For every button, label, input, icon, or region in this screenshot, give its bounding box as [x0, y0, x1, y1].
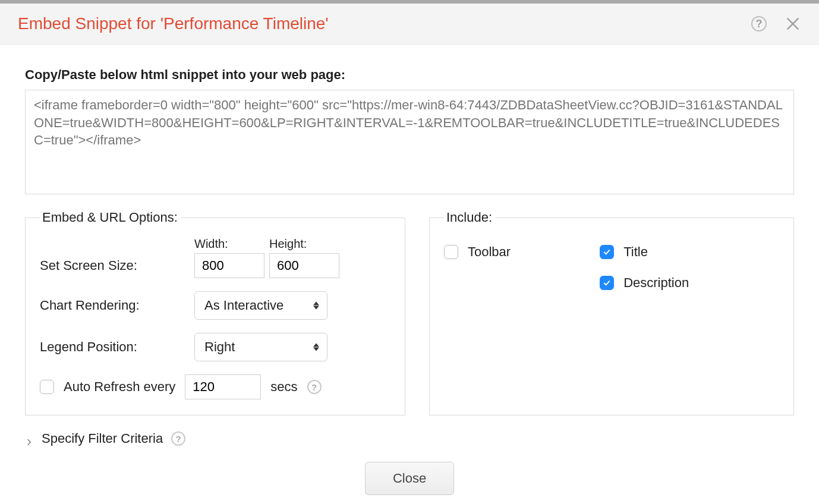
instruction-label: Copy/Paste below html snippet into your … — [25, 67, 794, 83]
select-caret-icon — [313, 302, 319, 310]
include-title-label: Title — [623, 244, 648, 260]
include-legend: Include: — [444, 210, 496, 225]
select-caret-icon — [313, 344, 319, 351]
specify-filter-toggle[interactable]: Specify Filter Criteria ? — [25, 431, 794, 446]
include-toolbar-label: Toolbar — [468, 244, 511, 260]
screen-size-label: Set Screen Size: — [40, 258, 194, 278]
legend-position-value: Right — [204, 339, 235, 355]
auto-refresh-input[interactable] — [185, 374, 261, 399]
auto-refresh-checkbox[interactable] — [40, 380, 54, 394]
auto-refresh-unit: secs — [270, 379, 297, 395]
dialog-title: Embed Snippet for 'Performance Timeline' — [18, 14, 329, 33]
chart-rendering-value: As Interactive — [204, 298, 284, 313]
include-toolbar-checkbox[interactable] — [444, 245, 458, 259]
close-icon[interactable] — [785, 15, 801, 32]
chart-rendering-select[interactable]: As Interactive — [194, 291, 327, 320]
help-icon[interactable]: ? — [751, 16, 767, 32]
height-label: Height: — [269, 237, 339, 251]
auto-refresh-label: Auto Refresh every — [64, 379, 175, 395]
dialog-header: Embed Snippet for 'Performance Timeline'… — [0, 4, 819, 45]
include-description-label: Description — [623, 275, 689, 291]
embed-legend: Embed & URL Options: — [40, 210, 181, 225]
legend-position-select[interactable]: Right — [194, 333, 327, 361]
filter-help-icon[interactable]: ? — [171, 431, 185, 446]
embed-options-fieldset: Embed & URL Options: Set Screen Size: Wi… — [25, 210, 405, 415]
width-input[interactable] — [194, 253, 264, 278]
close-button[interactable]: Close — [365, 462, 454, 495]
include-fieldset: Include: Toolbar Title — [429, 210, 794, 415]
include-description-checkbox[interactable] — [600, 276, 614, 290]
filter-label: Specify Filter Criteria — [42, 431, 163, 446]
chart-rendering-label: Chart Rendering: — [40, 298, 194, 313]
width-label: Width: — [194, 237, 264, 251]
dialog-body: Copy/Paste below html snippet into your … — [0, 45, 819, 495]
snippet-textarea[interactable] — [25, 90, 794, 194]
auto-refresh-help-icon[interactable]: ? — [307, 380, 322, 394]
chevron-right-icon — [25, 434, 33, 443]
legend-position-label: Legend Position: — [40, 339, 194, 355]
include-title-checkbox[interactable] — [600, 245, 614, 259]
height-input[interactable] — [269, 253, 339, 278]
header-actions: ? — [751, 15, 801, 32]
